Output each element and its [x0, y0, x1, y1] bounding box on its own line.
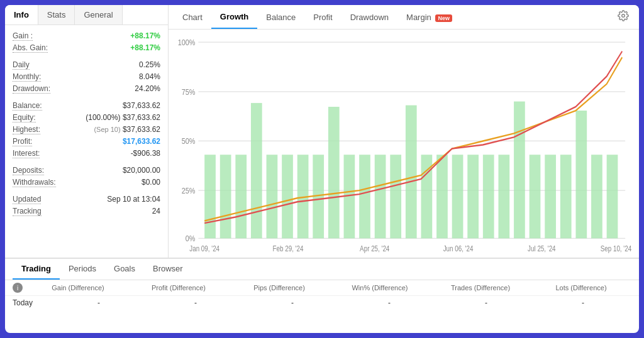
- today-trades: -: [438, 298, 535, 307]
- today-gain: -: [50, 298, 147, 307]
- bottom-content: i Gain (Difference) Profit (Difference) …: [5, 280, 639, 333]
- withdrawals-value: $0.00: [142, 178, 160, 187]
- svg-rect-36: [591, 155, 602, 238]
- withdrawals-label: Withdrawals:: [13, 178, 56, 187]
- svg-text:100%: 100%: [178, 38, 196, 47]
- monthly-label: Monthly:: [13, 72, 41, 82]
- deposits-row: Deposits: $20,000.00: [13, 165, 160, 177]
- svg-text:Apr 25, '24: Apr 25, '24: [360, 244, 389, 253]
- today-profit: -: [147, 298, 244, 307]
- svg-rect-31: [514, 102, 525, 239]
- svg-rect-19: [328, 107, 340, 238]
- interest-value: -$906.38: [131, 149, 160, 158]
- tab-growth[interactable]: Growth: [211, 6, 258, 29]
- svg-rect-15: [267, 155, 278, 238]
- svg-rect-34: [560, 155, 572, 238]
- abs-gain-value: +88.17%: [130, 43, 160, 52]
- profit-label: Profit:: [13, 137, 32, 146]
- tab-balance[interactable]: Balance: [257, 6, 304, 28]
- left-tabs: Info Stats General: [5, 5, 168, 25]
- svg-text:Jun 06, '24: Jun 06, '24: [443, 244, 474, 253]
- chart-area: 100% 75% 50% 25% 0%: [169, 30, 639, 258]
- daily-label: Daily: [13, 60, 30, 70]
- equity-row: Equity: (100.00%) $37,633.62: [13, 112, 160, 124]
- svg-rect-32: [530, 155, 541, 238]
- updated-label: Updated: [13, 195, 41, 204]
- table-row: Today - - - - - -: [5, 296, 639, 310]
- tracking-value: 24: [152, 207, 160, 215]
- svg-rect-29: [483, 155, 494, 238]
- tab-drawdown[interactable]: Drawdown: [341, 6, 397, 28]
- today-pips: -: [244, 298, 341, 307]
- right-tabs: Chart Growth Balance Profit Drawdown Mar…: [169, 5, 639, 30]
- svg-rect-13: [235, 155, 247, 238]
- svg-rect-33: [545, 155, 556, 238]
- interest-row: Interest: -$906.38: [13, 148, 160, 160]
- tab-chart[interactable]: Chart: [174, 6, 211, 28]
- tab-info[interactable]: Info: [5, 5, 38, 25]
- tab-browser[interactable]: Browser: [144, 259, 192, 280]
- withdrawals-row: Withdrawals: $0.00: [13, 177, 160, 188]
- today-win: -: [341, 298, 438, 307]
- tab-stats[interactable]: Stats: [38, 5, 75, 25]
- gain-col-header: Gain (Difference): [28, 284, 128, 292]
- bottom-section: Trading Periods Goals Browser i Gain (Di…: [5, 258, 639, 333]
- updated-value: Sep 10 at 13:04: [107, 195, 160, 204]
- tab-trading[interactable]: Trading: [13, 259, 60, 280]
- svg-text:0%: 0%: [186, 234, 196, 243]
- highest-row: Highest: (Sep 10) $37,633.62: [13, 124, 160, 136]
- gain-label: Gain :: [13, 31, 33, 41]
- daily-row: Daily 0.25%: [13, 59, 160, 71]
- highest-label: Highest:: [13, 125, 40, 134]
- gain-value: +88.17%: [130, 31, 160, 40]
- monthly-value: 8.04%: [139, 72, 160, 81]
- tab-margin[interactable]: Margin New: [397, 6, 461, 28]
- settings-icon[interactable]: [613, 5, 634, 29]
- row-label-today: Today: [13, 298, 50, 307]
- svg-rect-26: [436, 155, 448, 238]
- equity-label: Equity:: [13, 113, 36, 123]
- svg-rect-22: [375, 155, 386, 238]
- svg-rect-16: [282, 155, 293, 238]
- drawdown-row: Drawdown: 24.20%: [13, 83, 160, 95]
- pips-col-header: Pips (Difference): [229, 284, 330, 292]
- table-header: i Gain (Difference) Profit (Difference) …: [5, 280, 639, 296]
- svg-rect-35: [575, 111, 587, 238]
- svg-rect-30: [498, 155, 509, 238]
- drawdown-label: Drawdown:: [13, 84, 50, 94]
- tracking-label: Tracking: [13, 207, 42, 216]
- trades-col-header: Trades (Difference): [430, 284, 531, 292]
- svg-rect-24: [406, 106, 417, 239]
- svg-text:75%: 75%: [182, 87, 196, 97]
- tab-profit[interactable]: Profit: [304, 6, 341, 28]
- info-col-header: i: [13, 283, 28, 293]
- right-tabs-left: Chart Growth Balance Profit Drawdown Mar…: [174, 6, 461, 29]
- top-section: Info Stats General Gain : +88.17% Abs. G…: [5, 5, 639, 258]
- monthly-row: Monthly: 8.04%: [13, 71, 160, 83]
- highest-small: (Sep 10): [94, 126, 120, 133]
- tab-periods[interactable]: Periods: [60, 259, 105, 280]
- tab-general[interactable]: General: [75, 5, 122, 25]
- abs-gain-label: Abs. Gain:: [13, 43, 48, 53]
- tracking-row: Tracking 24: [13, 205, 160, 217]
- right-panel: Chart Growth Balance Profit Drawdown Mar…: [169, 5, 639, 258]
- updated-row: Updated Sep 10 at 13:04: [13, 194, 160, 205]
- svg-text:Jan 09, '24: Jan 09, '24: [189, 244, 219, 253]
- lots-col-header: Lots (Difference): [531, 284, 631, 292]
- svg-rect-12: [220, 155, 231, 238]
- svg-rect-27: [452, 155, 464, 238]
- info-icon[interactable]: i: [13, 283, 23, 293]
- left-content: Gain : +88.17% Abs. Gain: +88.17% Daily …: [5, 25, 168, 258]
- margin-new-badge: New: [435, 14, 452, 22]
- svg-text:50%: 50%: [182, 136, 196, 146]
- deposits-value: $20,000.00: [123, 166, 160, 175]
- highest-amount: $37,633.62: [123, 125, 160, 134]
- svg-text:25%: 25%: [182, 186, 196, 195]
- svg-rect-37: [607, 155, 618, 238]
- tab-goals[interactable]: Goals: [105, 259, 144, 280]
- svg-rect-23: [390, 155, 401, 238]
- interest-label: Interest:: [13, 149, 40, 158]
- drawdown-value: 24.20%: [135, 84, 160, 93]
- highest-value: (Sep 10) $37,633.62: [94, 125, 160, 134]
- balance-row: Balance: $37,633.62: [13, 100, 160, 112]
